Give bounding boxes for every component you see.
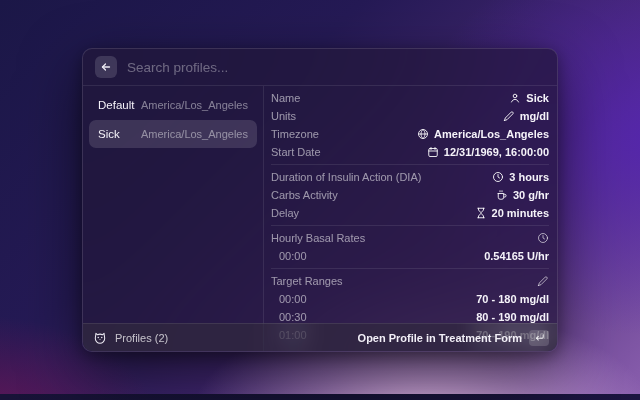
row-time: 00:00 — [271, 250, 307, 262]
pencil-icon — [537, 275, 549, 287]
row-value: 80 - 190 mg/dl — [476, 311, 549, 323]
row-time: 00:30 — [271, 311, 307, 323]
row-label: Duration of Insulin Action (DIA) — [271, 171, 421, 183]
profile-name: Sick — [98, 128, 120, 140]
row-label: Carbs Activity — [271, 189, 338, 201]
target-row: 00:00 70 - 180 mg/dl — [271, 290, 549, 308]
row-value: 3 hours — [509, 171, 549, 183]
row-value: Sick — [526, 92, 549, 104]
profile-detail-pane: Name Sick Units mg/dl Timezone — [264, 86, 557, 352]
row-label: Units — [271, 110, 296, 122]
basal-row: 00:00 0.54165 U/hr — [271, 247, 549, 265]
section-title: Hourly Basal Rates — [271, 232, 365, 244]
basal-section-header: Hourly Basal Rates — [271, 229, 549, 247]
back-button[interactable] — [95, 56, 117, 78]
calendar-icon — [427, 146, 439, 158]
section-divider — [271, 268, 549, 269]
row-label: Start Date — [271, 146, 321, 158]
row-value: 12/31/1969, 16:00:00 — [444, 146, 549, 158]
row-value: 70 - 180 mg/dl — [476, 293, 549, 305]
clock-icon — [492, 171, 504, 183]
row-label: Timezone — [271, 128, 319, 140]
row-label: Delay — [271, 207, 299, 219]
profiles-list: Default America/Los_Angeles Sick America… — [83, 86, 264, 352]
detail-row-startdate: Start Date 12/31/1969, 16:00:00 — [271, 143, 549, 161]
row-value: 0.54165 U/hr — [484, 250, 549, 262]
return-key-icon — [529, 330, 549, 346]
row-time: 00:00 — [271, 293, 307, 305]
list-item-sick[interactable]: Sick America/Los_Angeles — [89, 120, 257, 148]
window-body: Default America/Los_Angeles Sick America… — [83, 86, 557, 352]
row-value: mg/dl — [520, 110, 549, 122]
window-footer: Profiles (2) Open Profile in Treatment F… — [83, 323, 557, 351]
detail-row-units: Units mg/dl — [271, 107, 549, 125]
detail-row-delay: Delay 20 minutes — [271, 204, 549, 222]
clock-icon — [537, 232, 549, 244]
footer-source: Profiles (2) — [93, 331, 350, 345]
pencil-icon — [503, 110, 515, 122]
row-value: America/Los_Angeles — [434, 128, 549, 140]
search-input[interactable] — [127, 60, 545, 75]
open-profile-action[interactable]: Open Profile in Treatment Form — [358, 330, 549, 346]
owl-icon — [93, 331, 107, 345]
hourglass-icon — [475, 207, 487, 219]
user-icon — [509, 92, 521, 104]
row-value: 30 g/hr — [513, 189, 549, 201]
detail-row-dia: Duration of Insulin Action (DIA) 3 hours — [271, 168, 549, 186]
profile-name: Default — [98, 99, 134, 111]
detail-row-name: Name Sick — [271, 89, 549, 107]
footer-action-label: Open Profile in Treatment Form — [358, 332, 522, 344]
raycast-window: Default America/Los_Angeles Sick America… — [82, 48, 558, 352]
mug-icon — [496, 189, 508, 201]
arrow-left-icon — [100, 61, 112, 73]
footer-source-label: Profiles (2) — [115, 332, 168, 344]
detail-row-carbs: Carbs Activity 30 g/hr — [271, 186, 549, 204]
row-value: 20 minutes — [492, 207, 549, 219]
detail-row-timezone: Timezone America/Los_Angeles — [271, 125, 549, 143]
section-divider — [271, 225, 549, 226]
desktop-bottom-strip — [0, 394, 640, 400]
section-title: Target Ranges — [271, 275, 343, 287]
globe-icon — [417, 128, 429, 140]
list-item-default[interactable]: Default America/Los_Angeles — [89, 91, 257, 119]
profile-timezone: America/Los_Angeles — [141, 128, 248, 140]
target-section-header: Target Ranges — [271, 272, 549, 290]
profile-timezone: America/Los_Angeles — [141, 99, 248, 111]
search-header — [83, 49, 557, 86]
section-divider — [271, 164, 549, 165]
row-label: Name — [271, 92, 300, 104]
